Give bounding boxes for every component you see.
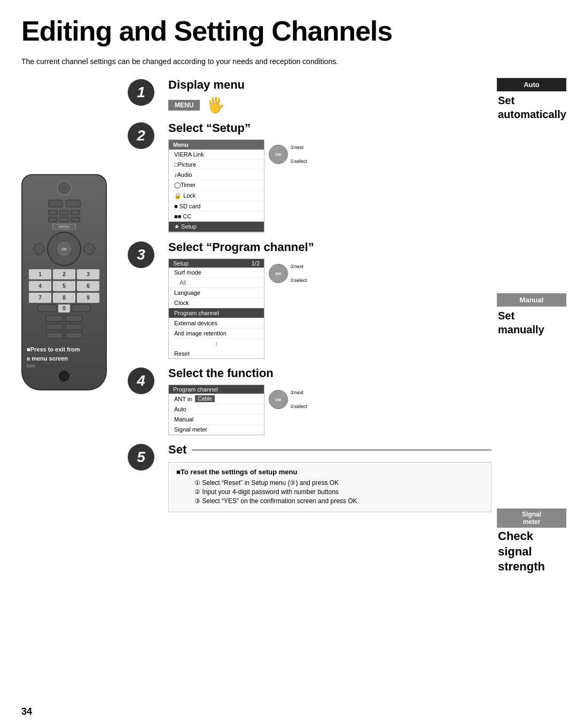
reset-step-1: ① Select “Reset” in Setup menu (③) and p…	[185, 479, 484, 487]
step-2-menu-header: Menu	[169, 140, 264, 150]
sidebar-auto-text: Set automatically	[497, 92, 566, 122]
step-2-item-picture: □Picture	[169, 160, 264, 170]
reset-step-3-text: ③ Select “YES” on the confirmation scree…	[194, 497, 357, 505]
menu-button-label: MENU	[168, 100, 200, 111]
page-container: Editing and Setting Channels The current…	[0, 0, 577, 728]
remote-rect-btn-1	[48, 200, 63, 207]
step-2-row: 2 Select “Setup” Menu VIERA Link □Pictur…	[128, 121, 492, 233]
step-3-nav: OK ②next ①select	[269, 264, 307, 283]
sidebar-spacer-1	[497, 144, 566, 293]
step-3-nav-cluster: OK ②next ①select	[269, 264, 307, 283]
step-4-nav-select: ①select	[290, 404, 307, 409]
step-5-body: Set ■To reset the settings of setup menu…	[168, 443, 492, 512]
page-title: Editing and Setting Channels	[21, 16, 566, 46]
step-4-signal-meter: Signal meter	[169, 425, 264, 435]
step-1-icon-col: 1	[128, 78, 162, 106]
remote-control: MENU OK 1 2	[21, 174, 107, 390]
sidebar-section-manual: Manual Set manually	[497, 293, 566, 359]
step-4-nav-cluster: OK ②next ①select	[269, 390, 307, 409]
sidebar-manual-badge: Manual	[497, 293, 566, 307]
remote-sm-btn-4	[65, 324, 82, 330]
reset-step-2: ② Input your 4-digit password with numbe…	[185, 488, 484, 496]
remote-num-8[interactable]: 8	[53, 293, 75, 303]
step-4-antin-label: ANT in	[174, 396, 192, 402]
remote-visual-container: MENU OK 1 2	[21, 78, 120, 390]
sidebar-manual-line1: Set	[498, 310, 514, 322]
exit-label: EXIT	[27, 364, 102, 370]
step-1-circle: 1	[128, 79, 154, 106]
step-3-nav-labels: ②next ①select	[290, 264, 307, 283]
remote-num-4[interactable]: 4	[29, 281, 51, 291]
step-4-ant-row: ANT in Cable	[169, 394, 264, 404]
remote-nav-row: OK	[27, 232, 102, 266]
exit-button[interactable]	[59, 371, 69, 381]
content-area: MENU OK 1 2	[21, 78, 492, 576]
remote-ok-btn[interactable]: OK	[57, 242, 71, 256]
remote-tri-btn-2	[59, 210, 69, 215]
step-2-ok-circle: OK	[269, 145, 288, 164]
step-4-body: Select the function Program channel ANT …	[168, 366, 492, 435]
step-2-item-sdcard: ■ SD card	[169, 201, 264, 212]
remote-top-knob	[57, 181, 72, 195]
step-3-nav-select: ①select	[290, 278, 307, 283]
remote-num-2[interactable]: 2	[53, 269, 75, 279]
step-4-menu-screen: Program channel ANT in Cable Auto Manual…	[168, 385, 264, 435]
sidebar-signal-line2: signal	[498, 545, 532, 558]
step-3-menu-header: Setup 1/2	[169, 259, 264, 268]
sidebar-signal-line3: strength	[498, 560, 545, 573]
remote-num-5[interactable]: 5	[53, 281, 75, 291]
remote-num-9[interactable]: 9	[77, 293, 99, 303]
remote-num-7[interactable]: 7	[29, 293, 51, 303]
step-4-heading: Select the function	[168, 366, 492, 380]
remote-numgrid: 1 2 3 4 5 6 7 8 9	[29, 269, 99, 303]
step-3-anti-image: Anti image retention	[169, 328, 264, 339]
step-2-circle: 2	[128, 122, 154, 149]
step-4-nav-labels: ②next ①select	[290, 390, 307, 409]
sidebar-auto-badge: Auto	[497, 78, 566, 91]
step-2-item-viera: VIERA Link	[169, 150, 264, 160]
press-exit-note: ■Press to exit froma menu screen EXIT	[27, 345, 102, 381]
step-1-row: 1 Display menu MENU 🖐	[128, 78, 492, 114]
step-3-body: Select “Program channel” Setup 1/2 Surf …	[168, 240, 492, 359]
step-3-language: Language	[169, 288, 264, 298]
step-4-row: 4 Select the function Program channel	[128, 366, 492, 435]
step-2-nav: OK ②next ①select	[269, 145, 307, 164]
reset-step-1-text: ① Select “Reset” in Setup menu (③) and p…	[194, 479, 339, 487]
remote-tri-btn-4	[48, 217, 58, 222]
step-3-program-channel-selected: Program channel	[169, 308, 264, 318]
step-4-cable-tag: Cable	[195, 395, 214, 402]
remote-btn-row-1	[27, 200, 102, 207]
step-2-item-audio: ♪Audio	[169, 170, 264, 180]
remote-menu-label: MENU	[52, 224, 76, 230]
remote-num-1[interactable]: 1	[29, 269, 51, 279]
step-2-body: Select “Setup” Menu VIERA Link □Picture …	[168, 121, 492, 233]
step-5-row: 5 Set ■To reset the settings of setup me…	[128, 443, 492, 512]
main-layout: MENU OK 1 2	[21, 78, 566, 576]
step-4-header-label: Program channel	[173, 386, 218, 393]
step-4-nav-next: ②next	[290, 390, 307, 395]
sidebar-signal-badge: Signalmeter	[497, 508, 566, 528]
reset-box-title: ■To reset the settings of setup menu	[176, 468, 484, 476]
step-4-menu-header: Program channel	[169, 385, 264, 394]
step-3-nav-next: ②next	[290, 264, 307, 269]
remote-triple-row-1	[27, 210, 102, 215]
step-3-page-num: 1/2	[252, 260, 260, 267]
sidebar-auto-line2: automatically	[498, 108, 566, 120]
reset-step-2-text: ② Input your 4-digit password with numbe…	[194, 488, 339, 496]
remote-num-3[interactable]: 3	[77, 269, 99, 279]
step-2-heading: Select “Setup”	[168, 121, 492, 135]
step-3-dots: ：	[169, 339, 264, 349]
intro-text: The current channel settings can be chan…	[21, 56, 395, 67]
step-3-menu-screen: Setup 1/2 Surf mode All Language Clock P…	[168, 259, 264, 359]
step-4-content: Program channel ANT in Cable Auto Manual…	[168, 385, 492, 435]
remote-small-btns-1	[27, 315, 102, 322]
remote-wide-right	[72, 304, 91, 312]
step-3-row: 3 Select “Program channel” Setup 1/2	[128, 240, 492, 359]
remote-num-6[interactable]: 6	[77, 281, 99, 291]
remote-sm-btn-6	[65, 332, 82, 339]
step-5-heading: Set	[168, 443, 186, 457]
remote-num-0[interactable]: 0	[58, 304, 70, 312]
press-exit-heading: ■Press to exit froma menu screen	[27, 345, 102, 363]
remote-circle-left	[33, 243, 45, 255]
remote-tri-btn-1	[48, 210, 58, 215]
